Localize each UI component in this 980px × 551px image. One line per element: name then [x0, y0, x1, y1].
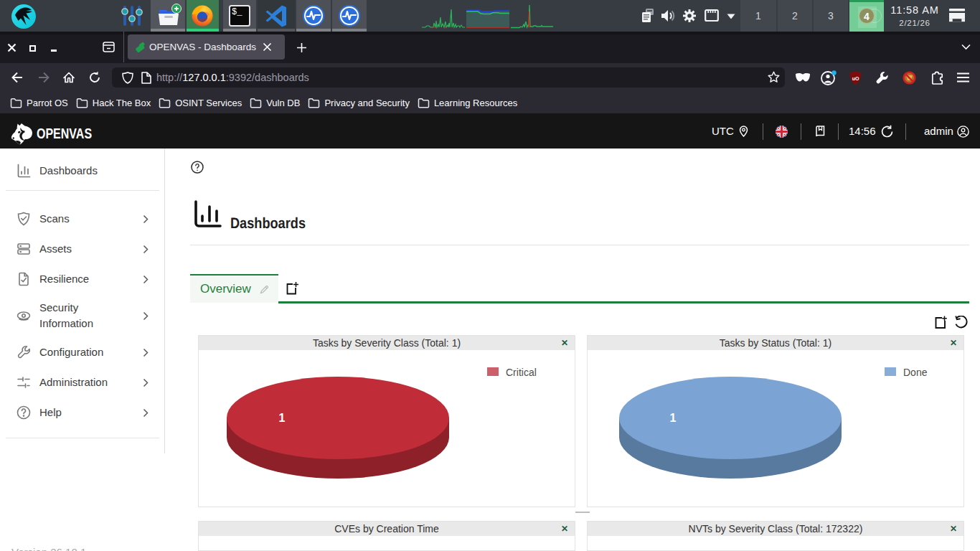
svg-text:Dashboards: Dashboards — [230, 215, 306, 231]
svg-text:$_: $_ — [232, 7, 242, 17]
svg-text:1: 1 — [670, 412, 677, 424]
svg-text:1: 1 — [279, 412, 286, 424]
svg-text:uO: uO — [852, 76, 859, 81]
